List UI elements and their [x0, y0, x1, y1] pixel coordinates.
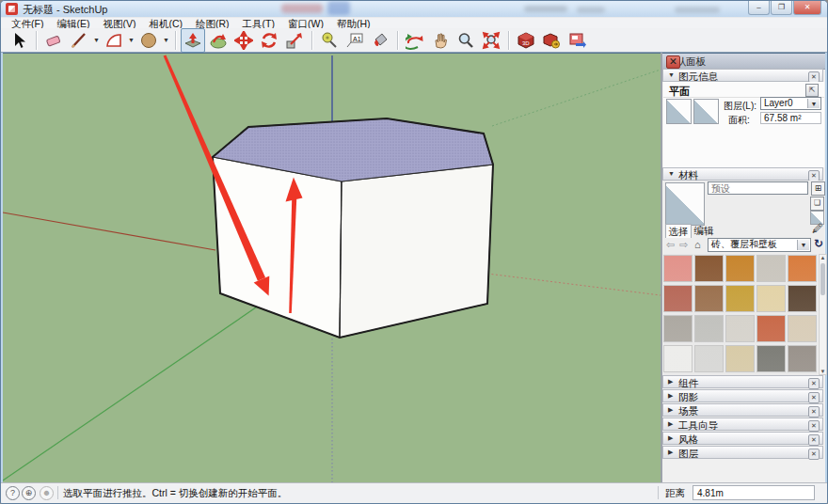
tray-close-button[interactable]: ✕ [666, 55, 680, 69]
create-material-icon[interactable]: ⊞ [811, 181, 825, 196]
material-swatch[interactable] [663, 345, 693, 372]
section-close-icon[interactable]: ✕ [808, 449, 820, 460]
back-arrow-icon[interactable]: ⇦ [666, 239, 675, 251]
title-bar[interactable]: 无标题 - SketchUp – ❐ ✕ [1, 1, 827, 17]
section-close-icon[interactable]: ✕ [808, 392, 820, 403]
layer-dropdown[interactable]: Layer0 ▼ [760, 97, 821, 110]
zoom-tool-icon[interactable] [454, 28, 478, 53]
orbit-tool-icon[interactable] [403, 28, 427, 53]
maximize-button[interactable]: ❐ [771, 1, 792, 15]
scroll-down-icon[interactable]: ▼ [820, 369, 826, 374]
entity-detail-icon[interactable]: ⇱ [805, 84, 819, 97]
arc-tool-icon[interactable] [102, 28, 126, 53]
svg-text:A1: A1 [353, 35, 361, 41]
material-swatch[interactable] [663, 255, 693, 282]
material-swatch[interactable] [725, 345, 755, 372]
material-swatch[interactable] [725, 315, 755, 342]
paint-bucket-tool-icon[interactable] [368, 28, 392, 53]
material-swatch[interactable] [694, 315, 724, 342]
polygon-tool-icon[interactable] [136, 28, 161, 53]
select-tool-icon[interactable] [7, 28, 31, 53]
line-tool-icon[interactable] [67, 28, 91, 53]
section-header-2[interactable]: ▶场景✕ [662, 403, 823, 417]
material-swatch[interactable] [788, 255, 817, 282]
line-tool-dropdown-icon[interactable]: ▼ [92, 29, 101, 52]
material-swatch[interactable] [694, 345, 724, 372]
sample-paint-icon[interactable]: ↻ [814, 237, 823, 250]
watermark-logo [327, 1, 350, 15]
menu-item-0[interactable]: 文件(F) [5, 18, 50, 29]
section-label: 工具向导 [678, 419, 718, 433]
material-swatch[interactable] [694, 255, 724, 282]
rotate-tool-icon[interactable] [257, 28, 281, 53]
scale-tool-icon[interactable] [282, 28, 307, 53]
minimize-button[interactable]: – [748, 1, 770, 15]
material-swatch[interactable] [694, 285, 724, 312]
menu-item-4[interactable]: 绘图(R) [189, 18, 236, 29]
material-swatch[interactable] [725, 255, 755, 282]
material-swatch[interactable] [756, 285, 786, 312]
menu-item-6[interactable]: 窗口(W) [281, 18, 330, 29]
home-icon[interactable]: ⌂ [694, 239, 701, 250]
material-swatch[interactable] [788, 285, 817, 312]
tab-edit[interactable]: 编辑 [692, 224, 716, 237]
menu-item-7[interactable]: 帮助(H) [330, 18, 377, 29]
section-header-4[interactable]: ▶风格✕ [662, 432, 823, 445]
material-swatch[interactable] [756, 315, 786, 342]
help-icon[interactable]: ? [6, 486, 20, 500]
material-swatch[interactable] [663, 285, 693, 312]
material-name-input[interactable] [708, 181, 808, 195]
scroll-thumb[interactable] [820, 263, 825, 295]
text-tool-icon[interactable]: A1 [342, 28, 367, 53]
section-header-5[interactable]: ▶图层✕ [662, 446, 823, 459]
menu-item-1[interactable]: 编辑(E) [50, 18, 96, 29]
model-viewport[interactable] [3, 53, 661, 483]
forward-arrow-icon[interactable]: ⇨ [679, 239, 688, 251]
section-close-icon[interactable]: ✕ [808, 406, 820, 417]
follow-me-tool-icon[interactable] [206, 28, 231, 53]
eraser-tool-icon[interactable] [41, 28, 66, 53]
share-model-tool-icon[interactable] [539, 28, 564, 53]
zoom-extents-tool-icon[interactable] [479, 28, 503, 53]
material-swatch[interactable] [788, 345, 817, 372]
polygon-tool-dropdown-icon[interactable]: ▼ [162, 29, 170, 52]
material-swatch[interactable] [756, 255, 786, 282]
arc-tool-dropdown-icon[interactable]: ▼ [127, 29, 135, 52]
credits-icon[interactable]: ☻ [40, 486, 54, 500]
section-close-icon[interactable]: ✕ [808, 434, 820, 446]
tape-measure-tool-icon[interactable] [317, 28, 342, 53]
move-tool-icon[interactable] [231, 28, 256, 53]
eyedropper-icon[interactable]: 🖉︎ [812, 222, 823, 235]
export-tool-icon[interactable] [565, 28, 589, 53]
menu-item-5[interactable]: 工具(T) [236, 18, 281, 29]
entity-info-header[interactable]: ▼ 图元信息 ✕ [662, 69, 823, 82]
push-pull-tool-icon[interactable] [181, 28, 205, 53]
material-preview-swatch[interactable] [665, 182, 705, 226]
pan-tool-icon[interactable] [428, 28, 453, 53]
material-swatch[interactable] [725, 285, 755, 312]
section-header-0[interactable]: ▶组件✕ [662, 375, 823, 388]
chevron-down-icon[interactable]: ▼ [807, 99, 820, 108]
front-material-swatch[interactable] [666, 99, 692, 124]
tab-select[interactable]: 选择 [665, 224, 692, 238]
materials-scrollbar[interactable]: ▲ ▼ [819, 254, 827, 375]
section-header-1[interactable]: ▶阴影✕ [662, 389, 823, 402]
close-button[interactable]: ✕ [793, 1, 821, 15]
menu-item-2[interactable]: 视图(V) [96, 18, 142, 29]
chevron-down-icon[interactable]: ▼ [797, 240, 809, 250]
material-swatch[interactable] [788, 315, 817, 342]
materials-header[interactable]: ▼ 材料 ✕ [662, 167, 823, 181]
material-swatch[interactable] [756, 345, 786, 372]
back-material-swatch[interactable] [693, 99, 719, 124]
scroll-up-icon[interactable]: ▲ [820, 255, 826, 260]
category-dropdown[interactable]: 砖、覆层和壁板 ▼ [708, 238, 811, 252]
section-header-3[interactable]: ▶工具向导✕ [662, 417, 823, 431]
measure-value-input[interactable] [693, 485, 815, 500]
geolocation-icon[interactable]: ⊕ [22, 486, 36, 500]
section-close-icon[interactable]: ✕ [808, 420, 820, 432]
get-models-tool-icon[interactable]: 3D [514, 28, 538, 53]
secondary-pane-icon[interactable]: ❏ [810, 197, 824, 211]
menu-item-3[interactable]: 相机(C) [142, 18, 189, 29]
material-swatch[interactable] [663, 315, 693, 342]
section-close-icon[interactable]: ✕ [808, 378, 820, 389]
